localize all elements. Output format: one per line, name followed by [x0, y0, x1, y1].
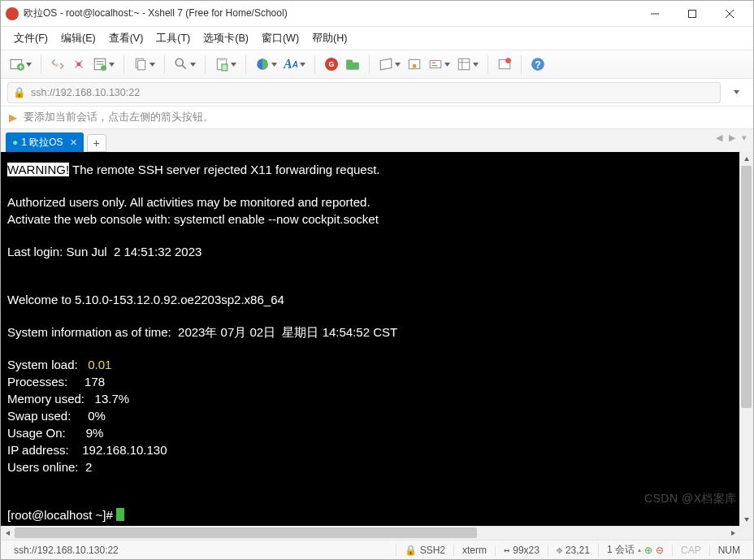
- scroll-thumb[interactable]: [741, 166, 752, 408]
- svg-marker-26: [300, 63, 306, 67]
- memory-value: 13.7%: [95, 392, 130, 406]
- svg-rect-34: [432, 65, 438, 66]
- svg-rect-28: [346, 59, 353, 63]
- sys-load-value: 0.01: [88, 358, 111, 371]
- banner-line-2: Activate the web console with: systemctl…: [7, 212, 379, 226]
- svg-rect-15: [138, 61, 145, 70]
- svg-point-41: [505, 58, 511, 63]
- find-button[interactable]: [171, 54, 198, 75]
- menu-tools[interactable]: 工具(T): [151, 28, 195, 49]
- svg-marker-44: [734, 90, 739, 94]
- new-session-button[interactable]: [7, 54, 34, 75]
- lock-button[interactable]: [405, 54, 424, 75]
- svg-marker-48: [731, 531, 735, 536]
- scroll-down-button[interactable]: [739, 512, 753, 526]
- svg-line-18: [182, 65, 186, 69]
- hint-bar: ▶ 要添加当前会话，点击左侧的箭头按钮。: [1, 106, 753, 129]
- hscroll-left-button[interactable]: [1, 526, 15, 540]
- script-button[interactable]: [376, 54, 403, 75]
- svg-rect-36: [458, 59, 470, 70]
- banner-line-1: Authorized users only. All activities ma…: [7, 195, 370, 209]
- tab-close-icon[interactable]: ✕: [70, 137, 77, 148]
- cursor: [116, 508, 124, 521]
- warning-msg: The remote SSH server rejected X11 forwa…: [69, 163, 379, 176]
- flag-icon: ▶: [9, 111, 17, 124]
- vertical-scrollbar[interactable]: [739, 152, 753, 526]
- menu-file[interactable]: 文件(F): [9, 28, 53, 49]
- reconnect-button[interactable]: [48, 54, 67, 75]
- menu-help[interactable]: 帮助(H): [307, 28, 352, 49]
- svg-text:?: ?: [535, 59, 541, 71]
- copy-button[interactable]: [131, 54, 158, 75]
- title-bar: 欧拉OS - root@localhost:~ - Xshell 7 (Free…: [1, 1, 753, 27]
- svg-marker-13: [109, 63, 115, 67]
- terminal[interactable]: WARNING! The remote SSH server rejected …: [1, 152, 739, 526]
- lock-icon: 🔒: [13, 86, 26, 98]
- help-button[interactable]: ?: [528, 54, 548, 75]
- highlight-button[interactable]: [426, 54, 453, 75]
- hscroll-right-button[interactable]: [726, 526, 739, 540]
- svg-marker-6: [26, 63, 32, 67]
- usage-label: Usage On:: [7, 426, 86, 440]
- close-button[interactable]: [711, 2, 748, 26]
- address-text: ssh://192.168.10.130:22: [31, 87, 140, 98]
- xshell-icon[interactable]: G: [322, 54, 341, 75]
- status-size: ↔99x23: [495, 545, 548, 556]
- address-dropdown[interactable]: [726, 83, 747, 102]
- users-value: 2: [85, 460, 92, 474]
- menu-edit[interactable]: 编辑(E): [56, 28, 101, 49]
- svg-marker-46: [744, 518, 749, 522]
- usage-value: 9%: [86, 426, 104, 440]
- warning-label: WARNING!: [7, 163, 69, 176]
- welcome-line: Welcome to 5.10.0-153.12.0.92.oe2203sp2.…: [7, 293, 284, 306]
- svg-rect-31: [413, 64, 417, 68]
- address-input[interactable]: 🔒 ssh://192.168.10.130:22: [7, 82, 721, 103]
- maximize-button[interactable]: [674, 2, 711, 26]
- status-session: 1 会话 ▴ ⊕ ⊖: [598, 543, 672, 557]
- hscroll-thumb[interactable]: [15, 527, 477, 538]
- new-tab-button[interactable]: +: [87, 134, 106, 152]
- svg-marker-25: [271, 63, 277, 67]
- ip-value: 192.168.10.130: [82, 443, 167, 457]
- minimize-button[interactable]: [636, 2, 674, 26]
- svg-rect-1: [689, 10, 696, 17]
- encoding-button[interactable]: [454, 54, 481, 75]
- users-label: Users online:: [7, 460, 85, 474]
- paste-button[interactable]: [212, 54, 239, 75]
- font-button[interactable]: AA: [281, 54, 308, 75]
- session-tab[interactable]: ● 1 欧拉OS ✕: [6, 132, 84, 152]
- last-login: Last login: Sun Jul 2 14:51:32 2023: [7, 245, 202, 258]
- svg-point-7: [55, 63, 59, 67]
- disconnect-button[interactable]: [69, 54, 89, 75]
- status-connection: ssh://192.168.10.130:22: [6, 545, 396, 556]
- tab-nav-prev[interactable]: ◀: [714, 132, 724, 143]
- swap-label: Swap used:: [7, 409, 88, 423]
- processes-label: Processes:: [7, 375, 84, 389]
- scroll-up-button[interactable]: [739, 152, 753, 166]
- color-scheme-button[interactable]: [253, 54, 280, 75]
- processes-value: 178: [84, 375, 105, 389]
- hscroll-track[interactable]: [15, 526, 726, 540]
- terminal-container: WARNING! The remote SSH server rejected …: [1, 152, 753, 526]
- menu-bar: 文件(F) 编辑(E) 查看(V) 工具(T) 选项卡(B) 窗口(W) 帮助(…: [1, 27, 753, 50]
- svg-rect-33: [432, 63, 436, 63]
- tab-nav-next[interactable]: ▶: [727, 132, 737, 143]
- ip-label: IP address:: [7, 443, 82, 457]
- menu-view[interactable]: 查看(V): [104, 28, 149, 49]
- tab-nav: ◀ ▶ ▾: [714, 132, 748, 143]
- scroll-track[interactable]: [739, 166, 753, 512]
- mark-button[interactable]: [495, 54, 514, 75]
- app-icon: [6, 7, 19, 20]
- lock-mini-icon: 🔒: [405, 545, 417, 556]
- svg-marker-35: [444, 63, 450, 67]
- properties-button[interactable]: [90, 54, 117, 75]
- status-cap: CAP: [672, 545, 709, 556]
- svg-marker-39: [473, 63, 479, 67]
- status-bar: ssh://192.168.10.130:22 🔒SSH2 xterm ↔99x…: [1, 540, 753, 559]
- tab-nav-list[interactable]: ▾: [740, 132, 748, 143]
- horizontal-scrollbar[interactable]: [1, 526, 753, 540]
- menu-window[interactable]: 窗口(W): [257, 28, 304, 49]
- svg-marker-16: [150, 63, 155, 67]
- menu-tab[interactable]: 选项卡(B): [198, 28, 254, 49]
- xftp-button[interactable]: [343, 54, 362, 75]
